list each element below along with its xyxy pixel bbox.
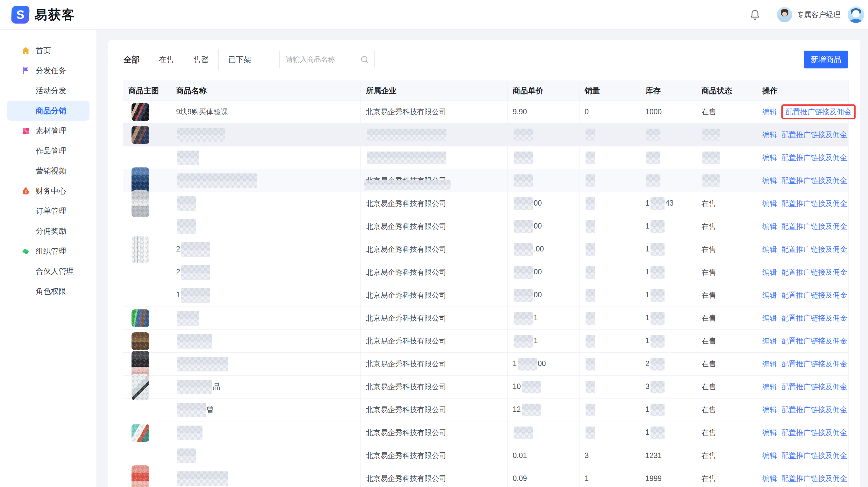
sidebar-item-1[interactable]: 分发任务: [7, 61, 90, 80]
cell-sales: 3: [580, 444, 640, 467]
table-row: 北京易企秀科技有限公司1002在售编辑配置推广链接及佣金: [123, 353, 848, 376]
edit-link[interactable]: 编辑: [762, 130, 777, 139]
cell-status: [696, 147, 757, 169]
sidebar-item-3[interactable]: 商品分销: [7, 101, 90, 121]
search-icon[interactable]: [360, 55, 370, 65]
mosaic-blur: [522, 403, 541, 416]
configure-link[interactable]: 配置推广链接及佣金: [781, 222, 847, 230]
edit-link[interactable]: 编辑: [762, 222, 777, 230]
status-tabs: 全部在售售罄已下架: [123, 49, 261, 70]
sidebar-item-2[interactable]: 活动分发: [7, 80, 90, 101]
edit-link[interactable]: 编辑: [762, 337, 777, 345]
sidebar-item-5[interactable]: 作品管理: [7, 141, 90, 161]
edit-link[interactable]: 编辑: [762, 428, 777, 437]
cell-sales: [580, 124, 640, 147]
sidebar-item-9[interactable]: 分佣奖励: [7, 221, 90, 241]
mosaic-blur: [181, 265, 210, 280]
edit-link[interactable]: 编辑: [762, 107, 777, 116]
cell-price: 00: [507, 261, 580, 284]
configure-link[interactable]: 配置推广链接及佣金: [781, 291, 847, 299]
cell-name: 9块9购买体验课: [171, 101, 361, 124]
edit-link[interactable]: 编辑: [762, 474, 777, 483]
svg-text:¥: ¥: [25, 189, 27, 194]
edit-link[interactable]: 编辑: [762, 383, 777, 391]
cell-company: [361, 124, 507, 147]
mosaic-blur: [646, 152, 660, 164]
edit-link[interactable]: 编辑: [762, 176, 777, 185]
cell-name: [171, 330, 361, 353]
mosaic-blur: [651, 403, 664, 416]
cell-status: 在售: [696, 421, 757, 444]
flag-icon: [21, 66, 31, 75]
configure-link[interactable]: 配置推广链接及佣金: [785, 107, 851, 116]
cell-price: 12: [507, 398, 580, 421]
cell-name: [171, 169, 361, 192]
cell-name: 2: [171, 238, 361, 261]
user-avatar[interactable]: [848, 6, 864, 23]
manager-avatar[interactable]: [777, 7, 792, 22]
sidebar-item-6[interactable]: 营销视频: [7, 161, 90, 181]
cell-image: [123, 467, 171, 487]
mosaic-blur: [177, 311, 199, 326]
sidebar-item-8[interactable]: 订单管理: [7, 201, 90, 221]
cell-company: [361, 147, 507, 169]
cell-status: [696, 169, 757, 192]
edit-link[interactable]: 编辑: [762, 360, 777, 368]
cell-sales: [580, 215, 640, 238]
configure-link[interactable]: 配置推广链接及佣金: [781, 405, 847, 414]
configure-link[interactable]: 配置推广链接及佣金: [781, 130, 847, 139]
configure-link[interactable]: 配置推广链接及佣金: [781, 474, 847, 483]
sidebar-item-7[interactable]: ¥财务中心: [7, 181, 90, 201]
cell-image: [123, 353, 171, 376]
mosaic-blur: [514, 266, 533, 279]
cell-actions: 编辑配置推广链接及佣金: [757, 101, 848, 124]
configure-link[interactable]: 配置推广链接及佣金: [781, 360, 847, 368]
configure-link[interactable]: 配置推广链接及佣金: [781, 245, 847, 253]
tab-1[interactable]: 在售: [149, 49, 184, 70]
cell-company: 北京易企秀科技有限公司: [361, 192, 507, 215]
cell-image: [123, 330, 171, 353]
notification-bell-icon[interactable]: [749, 8, 761, 21]
configure-link[interactable]: 配置推广链接及佣金: [781, 337, 847, 345]
table-row: 9块9购买体验课北京易企秀科技有限公司9.9001000在售编辑配置推广链接及佣…: [123, 101, 848, 124]
edit-link[interactable]: 编辑: [762, 199, 777, 207]
cell-price: 00: [507, 192, 580, 215]
mosaic-blur: [518, 358, 537, 370]
add-product-button[interactable]: 新增商品: [804, 51, 848, 68]
configure-link[interactable]: 配置推广链接及佣金: [781, 428, 847, 437]
mosaic-blur: [367, 129, 446, 141]
sidebar-item-0[interactable]: 首页: [7, 40, 90, 61]
sidebar-item-11[interactable]: 合伙人管理: [7, 261, 90, 281]
configure-link[interactable]: 配置推广链接及佣金: [781, 383, 847, 391]
edit-link[interactable]: 编辑: [762, 268, 777, 276]
sidebar-item-12[interactable]: 角色权限: [7, 281, 90, 301]
edit-link[interactable]: 编辑: [762, 291, 777, 299]
table-row: 北京易企秀科技有限公司00143在售编辑配置推广链接及佣金: [123, 192, 848, 215]
cell-name: [171, 444, 361, 467]
tab-0[interactable]: 全部: [123, 49, 149, 70]
toolbar: 全部在售售罄已下架 新增商品: [108, 40, 860, 70]
sidebar-item-10[interactable]: 组织管理: [7, 241, 90, 261]
cell-actions: 编辑配置推广链接及佣金: [757, 444, 848, 467]
tab-3[interactable]: 已下架: [218, 49, 261, 70]
cell-company: 北京易企秀科技有限公司: [361, 215, 507, 238]
configure-link[interactable]: 配置推广链接及佣金: [781, 451, 847, 460]
configure-link[interactable]: 配置推广链接及佣金: [781, 199, 847, 207]
sidebar-item-label: 营销视频: [36, 166, 66, 176]
configure-link[interactable]: 配置推广链接及佣金: [781, 154, 847, 162]
edit-link[interactable]: 编辑: [762, 405, 777, 414]
tab-2[interactable]: 售罄: [184, 49, 218, 70]
configure-link[interactable]: 配置推广链接及佣金: [781, 268, 847, 276]
sidebar-item-4[interactable]: 素材管理: [7, 121, 90, 141]
cell-company: 北京易企秀科技有限公司: [361, 169, 507, 192]
edit-link[interactable]: 编辑: [762, 451, 777, 460]
product-image: [131, 236, 149, 263]
edit-link[interactable]: 编辑: [762, 245, 777, 253]
column-header-0: 商品主图: [123, 81, 171, 101]
sidebar: 首页分发任务活动分发商品分销素材管理作品管理营销视频¥财务中心订单管理分佣奖励组…: [0, 30, 97, 487]
cell-stock: 1: [640, 261, 696, 284]
configure-link[interactable]: 配置推广链接及佣金: [781, 176, 847, 185]
configure-link[interactable]: 配置推广链接及佣金: [781, 314, 847, 322]
edit-link[interactable]: 编辑: [762, 154, 777, 162]
edit-link[interactable]: 编辑: [762, 314, 777, 322]
